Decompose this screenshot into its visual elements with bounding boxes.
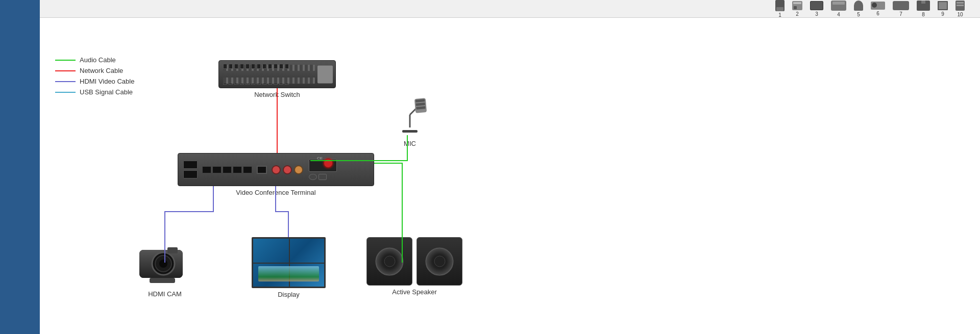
speaker-device: Active Speaker <box>366 237 462 296</box>
camera-device: HDMI CAM <box>137 240 193 298</box>
camera-label: HDMI CAM <box>137 290 193 298</box>
legend-network: Network Cable <box>55 67 134 74</box>
audio-cable-line <box>55 60 76 61</box>
network-switch-image <box>218 60 336 88</box>
speaker-cone-left <box>376 247 404 275</box>
mic-label: MIC <box>387 140 433 147</box>
speaker-left <box>366 237 412 286</box>
toolbar-item-6[interactable]: 6 <box>871 2 885 16</box>
vct-device: CE Video Conference Terminal <box>178 153 374 196</box>
toolbar-item-5[interactable]: 5 <box>854 1 863 17</box>
toolbar-item-9[interactable]: 9 <box>938 1 948 17</box>
toolbar-item-3[interactable]: 3 <box>810 1 823 17</box>
switch-detail <box>317 65 333 83</box>
vct-label: Video Conference Terminal <box>178 189 374 196</box>
usb-cable-line <box>55 92 76 93</box>
camera-image <box>137 240 193 286</box>
toolbar-item-4[interactable]: 4 <box>831 1 846 17</box>
network-switch-label: Network Switch <box>218 91 336 98</box>
network-switch-device: Network Switch <box>218 60 336 98</box>
main-content: 1 2 3 4 <box>40 0 980 334</box>
svg-point-11 <box>159 260 167 268</box>
speaker-right <box>416 237 462 286</box>
toolbar-icons: 1 2 3 4 <box>775 0 975 18</box>
svg-rect-13 <box>167 247 178 253</box>
speaker-cone-right <box>426 247 454 275</box>
hdmi-cable-line <box>55 81 76 82</box>
speaker-label: Active Speaker <box>366 288 462 296</box>
toolbar-item-7[interactable]: 7 <box>893 1 909 17</box>
legend: Audio Cable Network Cable HDMI Video Cab… <box>55 56 134 99</box>
svg-rect-12 <box>150 278 175 283</box>
legend-usb: USB Signal Cable <box>55 88 134 96</box>
mic-device: MIC <box>387 94 433 147</box>
toolbar-item-10[interactable]: 10 <box>955 1 965 17</box>
display-label: Display <box>252 291 326 298</box>
diagram-area: Audio Cable Network Cable HDMI Video Cab… <box>40 18 980 334</box>
network-cable-line <box>55 70 76 71</box>
toolbar-item-2[interactable]: 2 <box>792 1 802 17</box>
vct-image: CE <box>178 153 374 186</box>
legend-hdmi: HDMI Video Cable <box>55 78 134 85</box>
toolbar-item-8[interactable]: 8 <box>917 1 930 17</box>
display-image <box>252 237 326 288</box>
legend-audio: Audio Cable <box>55 56 134 64</box>
speaker-pair <box>366 237 462 286</box>
toolbar: 1 2 3 4 <box>40 0 980 18</box>
svg-rect-0 <box>402 130 418 133</box>
display-device: Display <box>252 237 326 298</box>
mic-image <box>387 94 433 135</box>
toolbar-item-1[interactable]: 1 <box>775 0 785 18</box>
